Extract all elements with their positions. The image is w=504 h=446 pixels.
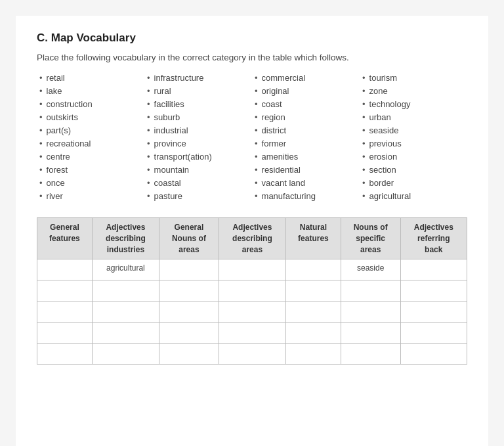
list-item: retail <box>39 73 142 83</box>
list-item: province <box>147 139 249 148</box>
table-cell[interactable] <box>159 323 219 344</box>
list-item: border <box>362 178 465 188</box>
vocab-column-3: commercial original coast region distric… <box>252 73 360 204</box>
list-item: coast <box>255 99 357 109</box>
list-item: centre <box>39 152 142 162</box>
page-container: C. Map Vocabulary Place the following vo… <box>16 16 488 446</box>
list-item: mountain <box>147 165 249 175</box>
table-cell[interactable] <box>37 344 93 365</box>
table-row <box>37 301 467 323</box>
list-item: industrial <box>147 125 249 135</box>
table-cell[interactable] <box>92 323 159 344</box>
list-item: pasture <box>147 191 249 201</box>
table-cell[interactable] <box>400 259 467 280</box>
list-item: former <box>255 139 357 148</box>
table-row <box>37 280 467 301</box>
col-header-adj-industries: Adjectivesdescribingindustries <box>92 218 159 259</box>
list-item: erosion <box>362 152 465 162</box>
list-item: transport(ation) <box>147 152 249 162</box>
list-item: facilities <box>147 99 249 109</box>
list-item: infrastructure <box>147 73 249 83</box>
col-header-general-features: Generalfeatures <box>37 218 93 259</box>
vocab-column-1: retail lake construction outskirts part(… <box>37 73 144 204</box>
table-cell[interactable] <box>159 259 219 280</box>
table-cell[interactable] <box>37 280 93 301</box>
list-item: once <box>39 178 142 188</box>
col-header-adj-areas: Adjectivesdescribingareas <box>219 218 285 259</box>
table-cell[interactable] <box>37 259 93 280</box>
table-cell[interactable] <box>37 323 93 344</box>
table-cell[interactable] <box>159 344 219 365</box>
table-cell[interactable] <box>37 301 93 323</box>
table-cell[interactable] <box>159 280 219 301</box>
list-item: amenities <box>255 152 357 162</box>
table-cell[interactable] <box>341 323 400 344</box>
vocab-column-4: tourism zone technology urban seaside pr… <box>360 73 467 204</box>
table-header-row: Generalfeatures Adjectivesdescribingindu… <box>37 218 467 259</box>
list-item: lake <box>39 86 142 96</box>
list-item: region <box>255 112 357 122</box>
list-item: part(s) <box>39 125 142 135</box>
table-row <box>37 344 467 365</box>
table-cell[interactable] <box>286 344 341 365</box>
table-cell[interactable] <box>219 280 285 301</box>
list-item: section <box>362 165 465 175</box>
list-item: recreational <box>39 139 142 148</box>
col-header-natural-features: Naturalfeatures <box>286 218 341 259</box>
list-item: forest <box>39 165 142 175</box>
table-cell[interactable] <box>341 280 400 301</box>
table-row: agricultural seaside <box>37 259 467 280</box>
table-cell[interactable] <box>159 301 219 323</box>
list-item: rural <box>147 86 249 96</box>
list-item: residential <box>255 165 357 175</box>
table-cell[interactable]: agricultural <box>92 259 159 280</box>
list-item: district <box>255 125 357 135</box>
category-table: Generalfeatures Adjectivesdescribingindu… <box>37 217 467 365</box>
table-cell[interactable] <box>400 280 467 301</box>
table-cell[interactable] <box>219 323 285 344</box>
table-cell[interactable] <box>219 344 285 365</box>
table-row <box>37 323 467 344</box>
list-item: urban <box>362 112 465 122</box>
table-cell[interactable] <box>286 259 341 280</box>
table-cell[interactable] <box>286 280 341 301</box>
table-cell[interactable] <box>400 344 467 365</box>
col-header-adj-back: Adjectivesreferringback <box>400 218 467 259</box>
col-header-general-nouns: GeneralNouns ofareas <box>159 218 219 259</box>
list-item: seaside <box>362 125 465 135</box>
list-item: construction <box>39 99 142 109</box>
table-cell[interactable] <box>92 344 159 365</box>
list-item: outskirts <box>39 112 142 122</box>
list-item: coastal <box>147 178 249 188</box>
table-cell[interactable] <box>219 301 285 323</box>
instruction-text: Place the following vocabulary in the co… <box>37 53 467 62</box>
section-title: C. Map Vocabulary <box>37 32 467 45</box>
list-item: original <box>255 86 357 96</box>
list-item: technology <box>362 99 465 109</box>
table-cell[interactable] <box>92 301 159 323</box>
table-cell[interactable] <box>286 301 341 323</box>
table-cell[interactable] <box>341 344 400 365</box>
list-item: river <box>39 191 142 201</box>
list-item: commercial <box>255 73 357 83</box>
table-cell[interactable] <box>286 323 341 344</box>
table-cell[interactable] <box>400 323 467 344</box>
table-cell[interactable]: seaside <box>341 259 400 280</box>
table-cell[interactable] <box>219 259 285 280</box>
list-item: tourism <box>362 73 465 83</box>
table-cell[interactable] <box>400 301 467 323</box>
table-cell[interactable] <box>92 280 159 301</box>
table-cell[interactable] <box>341 301 400 323</box>
list-item: zone <box>362 86 465 96</box>
vocab-column-2: infrastructure rural facilities suburb i… <box>144 73 252 204</box>
list-item: suburb <box>147 112 249 122</box>
list-item: previous <box>362 139 465 148</box>
list-item: vacant land <box>255 178 357 188</box>
col-header-nouns-specific: Nouns ofspecificareas <box>341 218 400 259</box>
vocabulary-grid: retail lake construction outskirts part(… <box>37 73 467 204</box>
list-item: agricultural <box>362 191 465 201</box>
list-item: manufacturing <box>255 191 357 201</box>
